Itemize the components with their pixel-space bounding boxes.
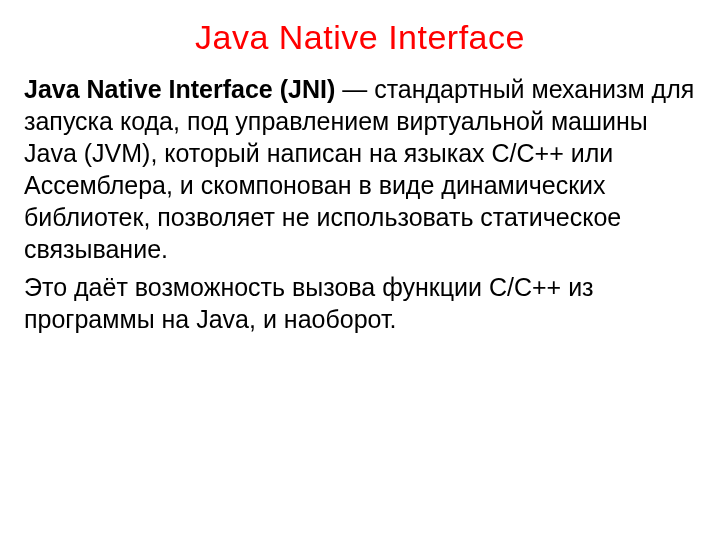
paragraph-1: Java Native Interface (JNI) — стандартны… [24,73,696,265]
paragraph-1-rest: — стандартный механизм для запуска кода,… [24,75,694,263]
slide-title: Java Native Interface [24,18,696,57]
paragraph-1-bold: Java Native Interface (JNI) [24,75,335,103]
paragraph-2: Это даёт возможность вызова функции С/C+… [24,271,696,335]
